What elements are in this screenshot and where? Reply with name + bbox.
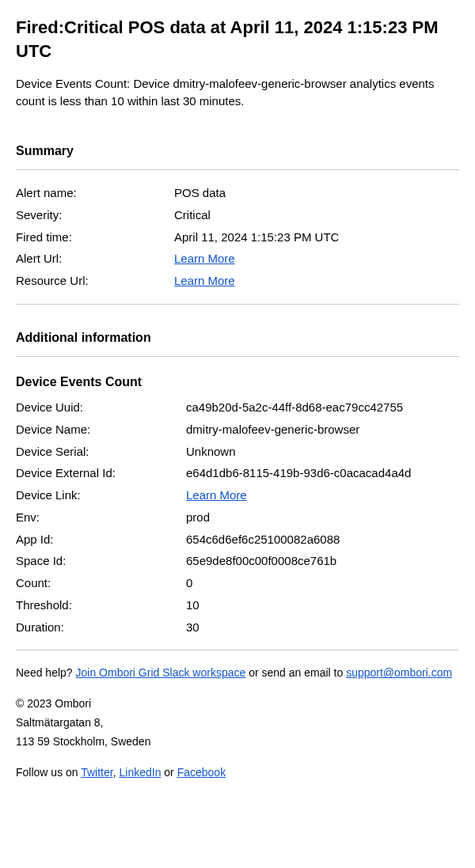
summary-row-alert-url: Alert Url: Learn More: [16, 250, 459, 267]
value-space-id: 65e9de8f00c00f0008ce761b: [186, 552, 459, 570]
additional-subheading: Device Events Count: [16, 373, 459, 391]
value-duration: 30: [186, 619, 459, 636]
label-threshold: Threshold:: [16, 597, 186, 614]
info-row-space-id: Space Id: 65e9de8f00c00f0008ce761b: [16, 552, 459, 570]
footer-help-mid: or send an email to: [245, 666, 346, 679]
label-env: Env:: [16, 509, 186, 526]
footer-help-prefix: Need help?: [16, 666, 76, 679]
label-device-uuid: Device Uuid:: [16, 399, 186, 416]
divider: [16, 650, 459, 650]
footer-follow-prefix: Follow us on: [16, 766, 81, 779]
label-device-external-id: Device External Id:: [16, 464, 186, 482]
link-twitter[interactable]: Twitter: [81, 766, 112, 779]
label-app-id: App Id:: [16, 531, 186, 548]
link-facebook[interactable]: Facebook: [177, 766, 226, 779]
info-row-env: Env: prod: [16, 509, 459, 526]
info-row-app-id: App Id: 654c6d6ef6c25100082a6088: [16, 531, 459, 548]
value-device-serial: Unknown: [186, 443, 459, 461]
label-device-name: Device Name:: [16, 421, 186, 438]
info-row-threshold: Threshold: 10: [16, 597, 459, 614]
info-row-device-uuid: Device Uuid: ca49b20d-5a2c-44ff-8d68-eac…: [16, 399, 459, 416]
divider: [16, 169, 459, 170]
footer-address-2: 113 59 Stockholm, Sweden: [16, 733, 459, 749]
label-resource-url: Resource Url:: [16, 272, 174, 290]
summary-row-alert-name: Alert name: POS data: [16, 184, 459, 202]
summary-heading: Summary: [16, 142, 459, 160]
label-device-serial: Device Serial:: [16, 443, 186, 461]
info-row-count: Count: 0: [16, 574, 459, 592]
value-count: 0: [186, 574, 459, 592]
alert-description: Device Events Count: Device dmitry-malof…: [16, 75, 459, 110]
additional-heading: Additional information: [16, 328, 459, 347]
link-join-slack[interactable]: Join Ombori Grid Slack workspace: [76, 666, 246, 679]
footer-follow: Follow us on Twitter, LinkedIn or Facebo…: [16, 764, 459, 780]
footer-help: Need help? Join Ombori Grid Slack worksp…: [16, 665, 459, 680]
value-alert-name: POS data: [174, 184, 459, 202]
footer-copyright: © 2023 Ombori: [16, 696, 459, 711]
page-title: Fired:Critical POS data at April 11, 202…: [16, 16, 459, 63]
info-row-duration: Duration: 30: [16, 619, 459, 636]
value-env: prod: [186, 509, 459, 526]
link-support-email[interactable]: support@ombori.com: [346, 666, 452, 679]
label-alert-url: Alert Url:: [16, 250, 174, 267]
footer-sep-2: or: [161, 766, 177, 779]
label-severity: Severity:: [16, 207, 174, 224]
label-fired-time: Fired time:: [16, 229, 174, 246]
footer: Need help? Join Ombori Grid Slack worksp…: [16, 665, 459, 779]
link-device-link[interactable]: Learn More: [186, 488, 247, 502]
label-device-link: Device Link:: [16, 487, 186, 504]
info-row-device-external-id: Device External Id: e64d1db6-8115-419b-9…: [16, 464, 459, 482]
info-row-device-link: Device Link: Learn More: [16, 487, 459, 504]
value-severity: Critical: [174, 207, 459, 224]
value-fired-time: April 11, 2024 1:15:23 PM UTC: [174, 229, 459, 246]
label-duration: Duration:: [16, 619, 186, 636]
divider: [16, 356, 459, 357]
label-alert-name: Alert name:: [16, 184, 174, 202]
divider: [16, 304, 459, 305]
info-row-device-name: Device Name: dmitry-malofeev-generic-bro…: [16, 421, 459, 438]
link-alert-url[interactable]: Learn More: [174, 252, 235, 265]
value-device-uuid: ca49b20d-5a2c-44ff-8d68-eac79cc42755: [186, 399, 459, 416]
value-device-name: dmitry-malofeev-generic-browser: [186, 421, 459, 438]
value-threshold: 10: [186, 597, 459, 614]
summary-row-fired-time: Fired time: April 11, 2024 1:15:23 PM UT…: [16, 229, 459, 246]
link-linkedin[interactable]: LinkedIn: [119, 766, 161, 779]
label-count: Count:: [16, 574, 186, 592]
footer-address-1: Saltmätargatan 8,: [16, 714, 459, 730]
value-app-id: 654c6d6ef6c25100082a6088: [186, 531, 459, 548]
link-resource-url[interactable]: Learn More: [174, 274, 235, 287]
value-device-external-id: e64d1db6-8115-419b-93d6-c0acacad4a4d: [186, 464, 459, 482]
summary-row-severity: Severity: Critical: [16, 207, 459, 224]
label-space-id: Space Id:: [16, 552, 186, 570]
info-row-device-serial: Device Serial: Unknown: [16, 443, 459, 461]
summary-row-resource-url: Resource Url: Learn More: [16, 272, 459, 290]
